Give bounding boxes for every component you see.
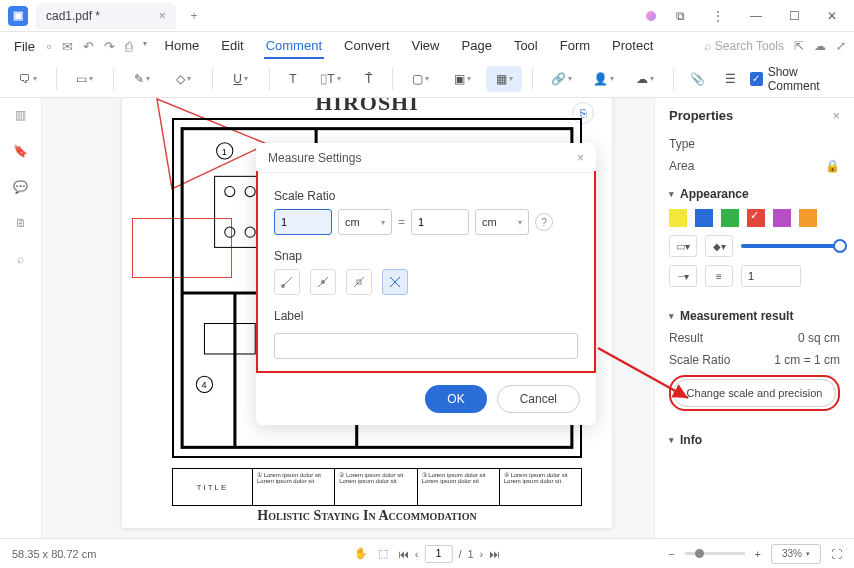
- next-page-icon[interactable]: ›: [480, 548, 484, 560]
- comments-icon[interactable]: 💬: [12, 178, 30, 196]
- show-comment-toggle[interactable]: ✓ Show Comment: [750, 65, 844, 93]
- svg-point-13: [225, 187, 235, 197]
- tab-convert[interactable]: Convert: [342, 34, 392, 59]
- opacity-slider[interactable]: [741, 244, 840, 248]
- snap-endpoint[interactable]: [274, 269, 300, 295]
- theme-indicator[interactable]: [646, 11, 656, 21]
- tab-page[interactable]: Page: [460, 34, 494, 59]
- help-icon[interactable]: ?: [535, 213, 553, 231]
- tab-comment[interactable]: Comment: [264, 34, 324, 59]
- swatch-red[interactable]: [747, 209, 765, 227]
- file-menu[interactable]: File: [8, 39, 41, 54]
- swatch-blue[interactable]: [695, 209, 713, 227]
- tab-edit[interactable]: Edit: [219, 34, 245, 59]
- share-icon[interactable]: ⇱: [794, 39, 804, 53]
- redo-icon[interactable]: ↷: [104, 39, 115, 54]
- eraser-tool[interactable]: ◇▾: [166, 66, 202, 92]
- select-tool-icon[interactable]: ⬚: [378, 547, 388, 560]
- fit-page-icon[interactable]: ⛶: [831, 548, 842, 560]
- attachment-tool[interactable]: 📎: [684, 66, 711, 92]
- first-page-icon[interactable]: ⏮: [398, 548, 409, 560]
- scale-left-input[interactable]: [274, 209, 332, 235]
- cloud-markup-tool[interactable]: ☁▾: [627, 66, 663, 92]
- close-panel-icon[interactable]: ×: [832, 108, 840, 123]
- text-callout-tool[interactable]: T̂: [355, 66, 382, 92]
- swatch-yellow[interactable]: [669, 209, 687, 227]
- prev-page-icon[interactable]: ‹: [415, 548, 419, 560]
- note-tool[interactable]: 🗨▾: [10, 66, 46, 92]
- swatch-purple[interactable]: [773, 209, 791, 227]
- tab-form[interactable]: Form: [558, 34, 592, 59]
- highlight-tool[interactable]: ▭▾: [67, 66, 103, 92]
- doc-subtitle: Holistic Staying In Accommodation: [122, 508, 612, 524]
- cancel-button[interactable]: Cancel: [497, 385, 580, 413]
- search-tools[interactable]: ⌕ Search Tools: [704, 39, 784, 53]
- change-scale-button[interactable]: Change scale and precision: [673, 379, 836, 407]
- close-dialog-icon[interactable]: ×: [577, 151, 584, 165]
- close-window-button[interactable]: ✕: [818, 5, 846, 27]
- hand-tool-icon[interactable]: ✋: [354, 547, 368, 560]
- tab-tool[interactable]: Tool: [512, 34, 540, 59]
- minimize-button[interactable]: —: [742, 5, 770, 27]
- tab-home[interactable]: Home: [163, 34, 202, 59]
- kebab-menu-icon[interactable]: ⋮: [704, 5, 732, 27]
- info-heading[interactable]: Info: [669, 433, 840, 447]
- snap-path[interactable]: [346, 269, 372, 295]
- zoom-slider[interactable]: [685, 552, 745, 555]
- scale-right-unit[interactable]: cm▾: [475, 209, 529, 235]
- mail-icon[interactable]: ✉: [62, 39, 73, 54]
- save-icon[interactable]: ▫: [47, 39, 52, 54]
- fill-color-btn[interactable]: ◆▾: [705, 235, 733, 257]
- stamp-tool[interactable]: ▣▾: [444, 66, 480, 92]
- link-tool[interactable]: 🔗▾: [543, 66, 579, 92]
- svg-line-24: [354, 277, 364, 287]
- line-style-btn[interactable]: ┄▾: [669, 265, 697, 287]
- page-input[interactable]: [424, 545, 452, 563]
- zoom-in-icon[interactable]: +: [755, 548, 761, 560]
- snap-midpoint[interactable]: [310, 269, 336, 295]
- cloud-icon[interactable]: ☁: [814, 39, 826, 53]
- snap-intersection[interactable]: [382, 269, 408, 295]
- print-icon[interactable]: ⎙: [125, 39, 133, 54]
- zoom-out-icon[interactable]: −: [668, 548, 674, 560]
- swatch-green[interactable]: [721, 209, 739, 227]
- appearance-heading[interactable]: Appearance: [669, 187, 840, 201]
- tab-protect[interactable]: Protect: [610, 34, 655, 59]
- measure-settings-dialog: Measure Settings × Scale Ratio cm▾ = cm▾…: [256, 143, 596, 425]
- text-tool[interactable]: T: [280, 66, 307, 92]
- maximize-button[interactable]: ☐: [780, 5, 808, 27]
- close-tab-icon[interactable]: ×: [158, 8, 166, 23]
- thickness-input[interactable]: 1: [741, 265, 801, 287]
- ok-button[interactable]: OK: [425, 385, 486, 413]
- add-tab-button[interactable]: +: [182, 4, 206, 28]
- measure-tool[interactable]: ▦▾: [486, 66, 522, 92]
- underline-tool[interactable]: U▾: [223, 66, 259, 92]
- search-rail-icon[interactable]: ⌕: [12, 250, 30, 268]
- scale-left-unit[interactable]: cm▾: [338, 209, 392, 235]
- pencil-tool[interactable]: ✎▾: [124, 66, 160, 92]
- tab-view[interactable]: View: [410, 34, 442, 59]
- document-tab[interactable]: cad1.pdf * ×: [36, 3, 176, 29]
- expand-icon[interactable]: ⤢: [836, 39, 846, 53]
- line-weight-btn[interactable]: ≡: [705, 265, 733, 287]
- scale-right-input[interactable]: [411, 209, 469, 235]
- statusbar: 58.35 x 80.72 cm ✋ ⬚ ⏮ ‹ /1 › ⏭ − + 33%▾…: [0, 538, 854, 568]
- attachments-rail-icon[interactable]: 🗎: [12, 214, 30, 232]
- menubar: File ▫ ✉ ↶ ↷ ⎙ ▾ Home Edit Comment Conve…: [0, 32, 854, 60]
- swatch-orange[interactable]: [799, 209, 817, 227]
- last-page-icon[interactable]: ⏭: [489, 548, 500, 560]
- thumbnails-icon[interactable]: ▥: [12, 106, 30, 124]
- lock-icon[interactable]: 🔒: [825, 159, 840, 173]
- print-dd-icon[interactable]: ▾: [143, 39, 147, 54]
- label-input[interactable]: [274, 333, 578, 359]
- external-window-icon[interactable]: ⧉: [666, 5, 694, 27]
- comments-list-tool[interactable]: ☰: [717, 66, 744, 92]
- stroke-color-btn[interactable]: ▭▾: [669, 235, 697, 257]
- undo-icon[interactable]: ↶: [83, 39, 94, 54]
- scale-ratio-label: Scale Ratio: [274, 189, 578, 203]
- people-tool[interactable]: 👤▾: [585, 66, 621, 92]
- zoom-select[interactable]: 33%▾: [771, 544, 821, 564]
- shape-tool[interactable]: ▢▾: [402, 66, 438, 92]
- textbox-tool[interactable]: ⌷T▾: [313, 66, 349, 92]
- bookmarks-icon[interactable]: 🔖: [12, 142, 30, 160]
